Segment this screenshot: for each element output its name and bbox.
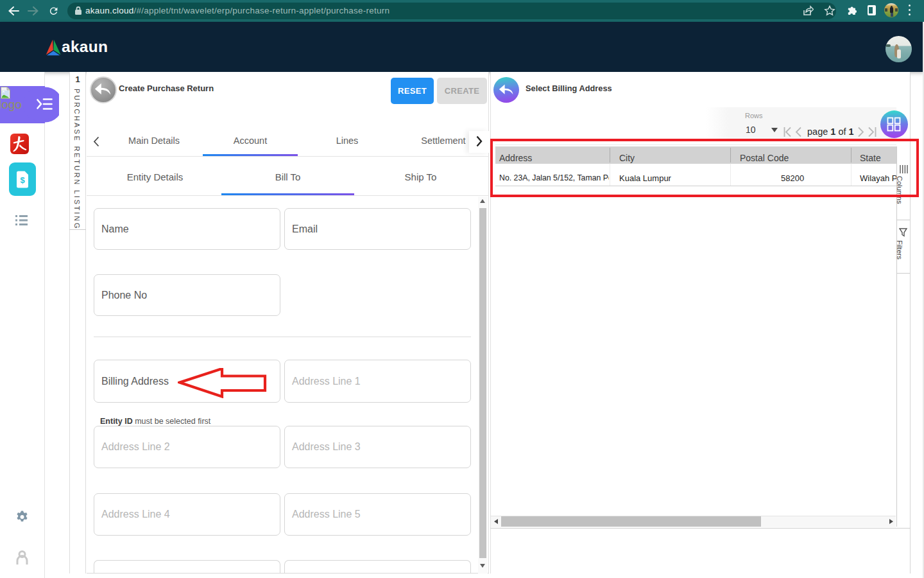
svg-text:$: $	[20, 175, 25, 185]
